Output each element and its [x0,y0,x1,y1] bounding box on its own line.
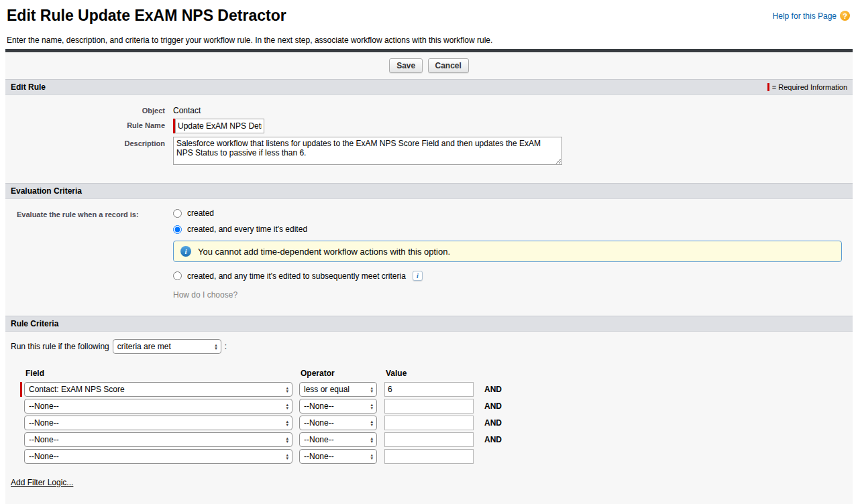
and-conjunction-label: AND [484,435,853,444]
operator-select-wrap: less or equal [299,382,377,397]
rule-name-input[interactable] [175,119,264,133]
criteria-field-select-4[interactable]: --None-- [24,432,292,447]
workflow-rule-edit-page: Edit Rule Update ExAM NPS Detractor Help… [0,0,858,504]
rule-criteria-section-header: Rule Criteria [5,316,853,332]
top-button-row: Save Cancel [5,52,853,79]
and-conjunction-label: AND [484,418,853,428]
criteria-row-4: --None-- --None-- AND [20,432,853,447]
help-link-label: Help for this Page [773,11,837,21]
criteria-value-input-3[interactable] [384,416,474,430]
criteria-table: Field Operator Value Contact: ExAM NPS S… [5,354,853,464]
field-select-wrap: --None-- [24,399,292,414]
run-rule-suffix-label: : [225,342,227,351]
criteria-field-select-2[interactable]: --None-- [24,399,292,414]
help-for-this-page-link[interactable]: Help for this Page ? [773,11,850,21]
criteria-value-input-4[interactable] [384,432,474,447]
how-do-i-choose-link[interactable]: How do I choose? [173,290,237,300]
criteria-mode-select-wrap: criteria are met [113,339,221,354]
operator-column-header: Operator [299,369,377,378]
evaluation-options: created created, and every time it's edi… [173,208,853,300]
field-select-wrap: --None-- [24,432,292,447]
criteria-operator-select-5[interactable]: --None-- [299,449,377,464]
page-subtitle: Enter the name, description, and criteri… [0,25,858,49]
rule-name-input-wrap [173,119,264,133]
required-information-legend: = Required Information [767,83,847,91]
field-select-wrap: Contact: ExAM NPS Score [24,382,292,397]
field-select-wrap: --None-- [24,449,292,464]
criteria-operator-select-3[interactable]: --None-- [299,416,377,430]
criteria-field-select-3[interactable]: --None-- [24,416,292,430]
criteria-field-select-5[interactable]: --None-- [24,449,292,464]
field-column-header: Field [24,369,292,378]
eval-option-created: created [173,208,853,218]
criteria-operator-select-2[interactable]: --None-- [299,399,377,414]
evaluation-criteria-body: Evaluate the rule when a record is: crea… [5,199,853,316]
criteria-value-input-1[interactable] [384,382,474,397]
help-question-icon[interactable]: ? [840,11,850,21]
value-column-header: Value [384,369,474,378]
and-conjunction-label: AND [484,385,853,394]
save-button-top[interactable]: Save [389,58,423,73]
evaluation-criteria-section-title: Evaluation Criteria [11,186,82,196]
rule-criteria-section-title: Rule Criteria [11,319,58,328]
info-hover-icon[interactable]: i [413,271,423,281]
evaluation-criteria-section-header: Evaluation Criteria [5,183,853,199]
main-content: Save Cancel Edit Rule = Required Informa… [5,52,853,504]
criteria-value-input-5[interactable] [384,449,474,464]
required-red-bar-icon [20,382,22,397]
page-header: Edit Rule Update ExAM NPS Detractor Help… [0,0,858,25]
operator-select-wrap: --None-- [299,449,377,464]
info-icon: i [180,246,191,257]
run-rule-row: Run this rule if the following criteria … [5,332,853,354]
criteria-operator-select-4[interactable]: --None-- [299,432,377,447]
eval-option-created-edited-radio[interactable] [173,225,182,234]
edit-rule-section-title: Edit Rule [11,82,46,92]
eval-option-subsequently: created, and any time it's edited to sub… [173,271,853,281]
run-rule-prefix-label: Run this rule if the following [11,342,109,351]
object-label: Object [5,104,173,115]
description-label: Description [5,137,173,147]
time-dependent-warning-box: i You cannot add time-dependent workflow… [173,241,842,262]
field-select-wrap: --None-- [24,416,292,430]
object-row: Object Contact [5,104,853,115]
criteria-field-select-1[interactable]: Contact: ExAM NPS Score [24,382,292,397]
criteria-operator-select-1[interactable]: less or equal [299,382,377,397]
edit-rule-section-header: Edit Rule = Required Information [5,79,853,95]
rule-name-label: Rule Name [5,119,173,129]
eval-option-created-label: created [187,208,214,218]
object-value: Contact [173,104,201,115]
operator-select-wrap: --None-- [299,399,377,414]
criteria-row-2: --None-- --None-- AND [20,399,853,414]
required-legend-label: = Required Information [772,83,847,91]
eval-option-subsequently-label: created, and any time it's edited to sub… [187,271,406,281]
operator-select-wrap: --None-- [299,432,377,447]
eval-option-subsequently-radio[interactable] [173,271,182,280]
criteria-column-headers: Field Operator Value [20,369,853,378]
eval-option-created-radio[interactable] [173,209,182,218]
criteria-row-1: Contact: ExAM NPS Score less or equal AN… [20,382,853,397]
edit-rule-form: Object Contact Rule Name Description Sal… [5,95,853,183]
operator-select-wrap: --None-- [299,416,377,430]
eval-option-created-edited: created, and every time it's edited [173,225,853,234]
description-row: Description Salesforce workflow that lis… [5,137,853,165]
criteria-row-3: --None-- --None-- AND [20,416,853,430]
criteria-row-5: --None-- --None-- [20,449,853,464]
evaluate-when-label: Evaluate the rule when a record is: [5,208,173,300]
required-red-bar-icon [767,83,769,91]
criteria-mode-select[interactable]: criteria are met [113,339,221,354]
criteria-value-input-2[interactable] [384,399,474,414]
description-textarea[interactable]: Salesforce workflow that listens for upd… [173,137,562,165]
cancel-button-top[interactable]: Cancel [428,58,469,73]
eval-option-created-edited-label: created, and every time it's edited [187,225,307,234]
time-dependent-warning-text: You cannot add time-dependent workflow a… [198,247,450,257]
rule-name-row: Rule Name [5,119,853,133]
page-title: Edit Rule Update ExAM NPS Detractor [7,7,286,25]
and-conjunction-label: AND [484,401,853,411]
add-filter-logic-link[interactable]: Add Filter Logic... [11,478,73,487]
